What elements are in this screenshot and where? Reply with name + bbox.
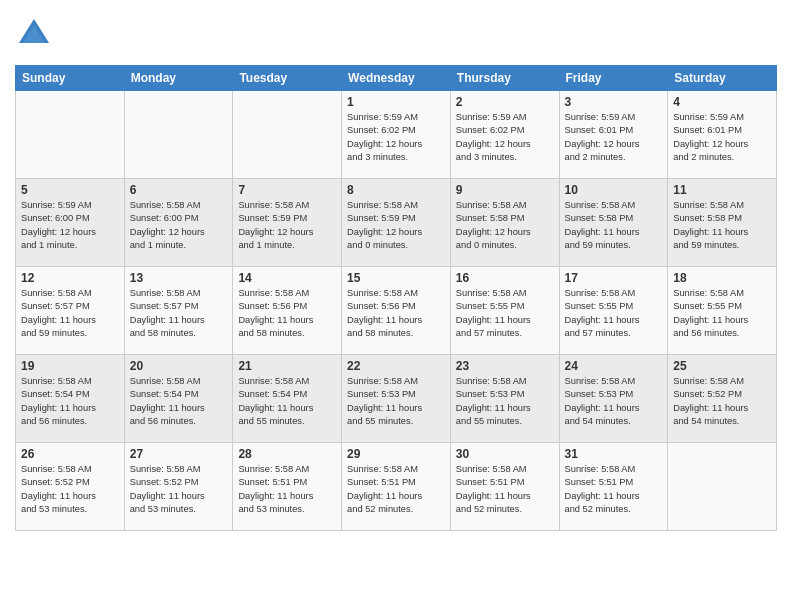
day-detail: Sunrise: 5:58 AM Sunset: 5:57 PM Dayligh… bbox=[130, 287, 228, 341]
weekday-header-thursday: Thursday bbox=[450, 66, 559, 91]
calendar-cell: 28Sunrise: 5:58 AM Sunset: 5:51 PM Dayli… bbox=[233, 443, 342, 531]
calendar-cell: 15Sunrise: 5:58 AM Sunset: 5:56 PM Dayli… bbox=[342, 267, 451, 355]
day-number: 2 bbox=[456, 95, 554, 109]
day-detail: Sunrise: 5:58 AM Sunset: 5:54 PM Dayligh… bbox=[238, 375, 336, 429]
day-detail: Sunrise: 5:58 AM Sunset: 5:51 PM Dayligh… bbox=[565, 463, 663, 517]
calendar-cell: 3Sunrise: 5:59 AM Sunset: 6:01 PM Daylig… bbox=[559, 91, 668, 179]
day-detail: Sunrise: 5:58 AM Sunset: 5:55 PM Dayligh… bbox=[456, 287, 554, 341]
weekday-header-friday: Friday bbox=[559, 66, 668, 91]
calendar-cell: 16Sunrise: 5:58 AM Sunset: 5:55 PM Dayli… bbox=[450, 267, 559, 355]
day-number: 7 bbox=[238, 183, 336, 197]
day-detail: Sunrise: 5:58 AM Sunset: 6:00 PM Dayligh… bbox=[130, 199, 228, 253]
day-detail: Sunrise: 5:58 AM Sunset: 5:52 PM Dayligh… bbox=[21, 463, 119, 517]
weekday-header-tuesday: Tuesday bbox=[233, 66, 342, 91]
day-number: 30 bbox=[456, 447, 554, 461]
calendar-cell: 1Sunrise: 5:59 AM Sunset: 6:02 PM Daylig… bbox=[342, 91, 451, 179]
weekday-header-monday: Monday bbox=[124, 66, 233, 91]
day-number: 5 bbox=[21, 183, 119, 197]
day-detail: Sunrise: 5:58 AM Sunset: 5:57 PM Dayligh… bbox=[21, 287, 119, 341]
day-number: 29 bbox=[347, 447, 445, 461]
day-number: 4 bbox=[673, 95, 771, 109]
day-number: 21 bbox=[238, 359, 336, 373]
day-number: 6 bbox=[130, 183, 228, 197]
day-number: 24 bbox=[565, 359, 663, 373]
day-detail: Sunrise: 5:58 AM Sunset: 5:58 PM Dayligh… bbox=[456, 199, 554, 253]
calendar-cell: 10Sunrise: 5:58 AM Sunset: 5:58 PM Dayli… bbox=[559, 179, 668, 267]
day-detail: Sunrise: 5:59 AM Sunset: 6:02 PM Dayligh… bbox=[456, 111, 554, 165]
calendar-cell: 31Sunrise: 5:58 AM Sunset: 5:51 PM Dayli… bbox=[559, 443, 668, 531]
day-number: 11 bbox=[673, 183, 771, 197]
day-detail: Sunrise: 5:58 AM Sunset: 5:52 PM Dayligh… bbox=[130, 463, 228, 517]
calendar-cell: 7Sunrise: 5:58 AM Sunset: 5:59 PM Daylig… bbox=[233, 179, 342, 267]
calendar-cell: 19Sunrise: 5:58 AM Sunset: 5:54 PM Dayli… bbox=[16, 355, 125, 443]
week-row-3: 12Sunrise: 5:58 AM Sunset: 5:57 PM Dayli… bbox=[16, 267, 777, 355]
calendar-cell: 22Sunrise: 5:58 AM Sunset: 5:53 PM Dayli… bbox=[342, 355, 451, 443]
day-number: 12 bbox=[21, 271, 119, 285]
header bbox=[15, 10, 777, 57]
weekday-header-sunday: Sunday bbox=[16, 66, 125, 91]
calendar-cell: 18Sunrise: 5:58 AM Sunset: 5:55 PM Dayli… bbox=[668, 267, 777, 355]
weekday-header-wednesday: Wednesday bbox=[342, 66, 451, 91]
week-row-5: 26Sunrise: 5:58 AM Sunset: 5:52 PM Dayli… bbox=[16, 443, 777, 531]
day-detail: Sunrise: 5:58 AM Sunset: 5:51 PM Dayligh… bbox=[347, 463, 445, 517]
day-detail: Sunrise: 5:58 AM Sunset: 5:56 PM Dayligh… bbox=[347, 287, 445, 341]
calendar-cell bbox=[668, 443, 777, 531]
calendar-cell: 2Sunrise: 5:59 AM Sunset: 6:02 PM Daylig… bbox=[450, 91, 559, 179]
day-number: 20 bbox=[130, 359, 228, 373]
calendar-cell: 30Sunrise: 5:58 AM Sunset: 5:51 PM Dayli… bbox=[450, 443, 559, 531]
day-number: 3 bbox=[565, 95, 663, 109]
day-detail: Sunrise: 5:59 AM Sunset: 6:00 PM Dayligh… bbox=[21, 199, 119, 253]
calendar-cell: 24Sunrise: 5:58 AM Sunset: 5:53 PM Dayli… bbox=[559, 355, 668, 443]
calendar-cell: 8Sunrise: 5:58 AM Sunset: 5:59 PM Daylig… bbox=[342, 179, 451, 267]
calendar-cell: 14Sunrise: 5:58 AM Sunset: 5:56 PM Dayli… bbox=[233, 267, 342, 355]
day-detail: Sunrise: 5:58 AM Sunset: 5:59 PM Dayligh… bbox=[238, 199, 336, 253]
day-number: 31 bbox=[565, 447, 663, 461]
calendar-cell: 5Sunrise: 5:59 AM Sunset: 6:00 PM Daylig… bbox=[16, 179, 125, 267]
calendar-cell: 12Sunrise: 5:58 AM Sunset: 5:57 PM Dayli… bbox=[16, 267, 125, 355]
calendar-table: SundayMondayTuesdayWednesdayThursdayFrid… bbox=[15, 65, 777, 531]
weekday-header-row: SundayMondayTuesdayWednesdayThursdayFrid… bbox=[16, 66, 777, 91]
day-detail: Sunrise: 5:58 AM Sunset: 5:55 PM Dayligh… bbox=[673, 287, 771, 341]
day-number: 22 bbox=[347, 359, 445, 373]
day-number: 23 bbox=[456, 359, 554, 373]
day-detail: Sunrise: 5:58 AM Sunset: 5:51 PM Dayligh… bbox=[238, 463, 336, 517]
week-row-4: 19Sunrise: 5:58 AM Sunset: 5:54 PM Dayli… bbox=[16, 355, 777, 443]
calendar-cell: 25Sunrise: 5:58 AM Sunset: 5:52 PM Dayli… bbox=[668, 355, 777, 443]
day-number: 9 bbox=[456, 183, 554, 197]
day-number: 13 bbox=[130, 271, 228, 285]
day-number: 8 bbox=[347, 183, 445, 197]
calendar-cell: 27Sunrise: 5:58 AM Sunset: 5:52 PM Dayli… bbox=[124, 443, 233, 531]
day-detail: Sunrise: 5:58 AM Sunset: 5:54 PM Dayligh… bbox=[21, 375, 119, 429]
day-detail: Sunrise: 5:58 AM Sunset: 5:51 PM Dayligh… bbox=[456, 463, 554, 517]
calendar-cell bbox=[233, 91, 342, 179]
day-detail: Sunrise: 5:58 AM Sunset: 5:58 PM Dayligh… bbox=[673, 199, 771, 253]
day-detail: Sunrise: 5:58 AM Sunset: 5:54 PM Dayligh… bbox=[130, 375, 228, 429]
logo-icon bbox=[15, 15, 53, 57]
page: SundayMondayTuesdayWednesdayThursdayFrid… bbox=[0, 0, 792, 612]
day-number: 28 bbox=[238, 447, 336, 461]
calendar-cell: 9Sunrise: 5:58 AM Sunset: 5:58 PM Daylig… bbox=[450, 179, 559, 267]
day-detail: Sunrise: 5:58 AM Sunset: 5:53 PM Dayligh… bbox=[456, 375, 554, 429]
day-detail: Sunrise: 5:59 AM Sunset: 6:01 PM Dayligh… bbox=[673, 111, 771, 165]
logo bbox=[15, 15, 57, 57]
day-detail: Sunrise: 5:58 AM Sunset: 5:56 PM Dayligh… bbox=[238, 287, 336, 341]
day-number: 17 bbox=[565, 271, 663, 285]
day-number: 14 bbox=[238, 271, 336, 285]
day-number: 10 bbox=[565, 183, 663, 197]
weekday-header-saturday: Saturday bbox=[668, 66, 777, 91]
day-number: 27 bbox=[130, 447, 228, 461]
day-number: 26 bbox=[21, 447, 119, 461]
day-detail: Sunrise: 5:58 AM Sunset: 5:55 PM Dayligh… bbox=[565, 287, 663, 341]
day-number: 1 bbox=[347, 95, 445, 109]
day-detail: Sunrise: 5:58 AM Sunset: 5:52 PM Dayligh… bbox=[673, 375, 771, 429]
calendar-cell: 17Sunrise: 5:58 AM Sunset: 5:55 PM Dayli… bbox=[559, 267, 668, 355]
day-detail: Sunrise: 5:58 AM Sunset: 5:53 PM Dayligh… bbox=[347, 375, 445, 429]
calendar-cell: 4Sunrise: 5:59 AM Sunset: 6:01 PM Daylig… bbox=[668, 91, 777, 179]
week-row-2: 5Sunrise: 5:59 AM Sunset: 6:00 PM Daylig… bbox=[16, 179, 777, 267]
day-detail: Sunrise: 5:58 AM Sunset: 5:59 PM Dayligh… bbox=[347, 199, 445, 253]
calendar-cell: 6Sunrise: 5:58 AM Sunset: 6:00 PM Daylig… bbox=[124, 179, 233, 267]
day-detail: Sunrise: 5:58 AM Sunset: 5:58 PM Dayligh… bbox=[565, 199, 663, 253]
calendar-cell bbox=[16, 91, 125, 179]
calendar-cell: 23Sunrise: 5:58 AM Sunset: 5:53 PM Dayli… bbox=[450, 355, 559, 443]
day-number: 15 bbox=[347, 271, 445, 285]
